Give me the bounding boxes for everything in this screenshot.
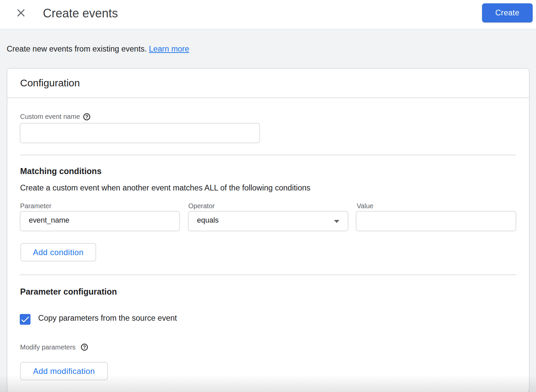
svg-text:?: ? [85, 114, 88, 120]
svg-text:?: ? [83, 344, 86, 350]
